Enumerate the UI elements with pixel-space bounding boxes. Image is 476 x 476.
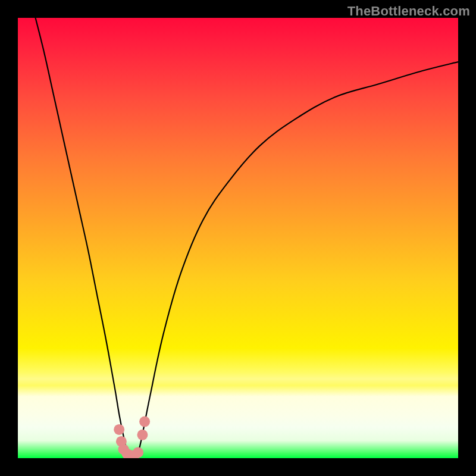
marker-dot	[114, 424, 124, 435]
plot-area	[18, 18, 458, 458]
chart-svg	[18, 18, 458, 458]
marker-dot	[133, 447, 143, 458]
curve-group	[36, 18, 458, 458]
marker-dot	[137, 430, 148, 440]
watermark: TheBottleneck.com	[347, 4, 470, 19]
frame: TheBottleneck.com	[0, 0, 476, 476]
curve-right-branch	[137, 62, 458, 458]
curve-left-branch	[36, 18, 133, 458]
marker-group	[114, 416, 150, 458]
marker-dot	[139, 416, 150, 427]
